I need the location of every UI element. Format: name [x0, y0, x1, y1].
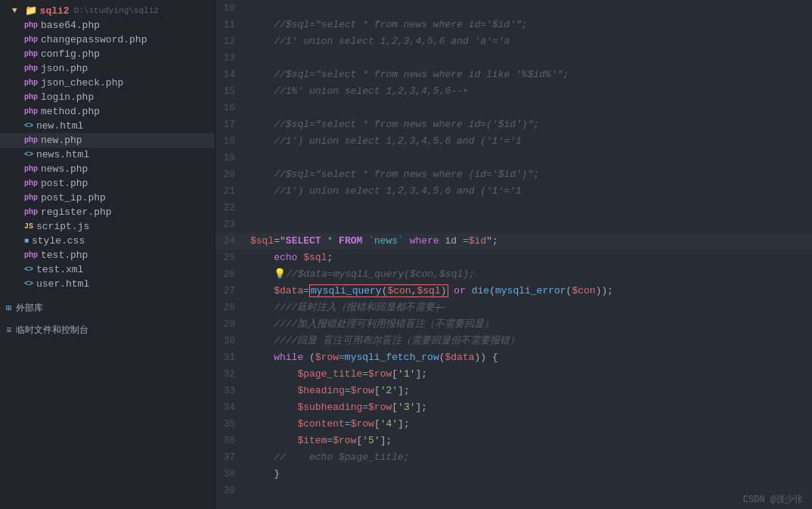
- sidebar-item-json-check[interactable]: php json_check.php: [0, 76, 215, 90]
- css-badge: ■: [24, 237, 29, 245]
- sidebar-item-label: json.php: [41, 63, 88, 74]
- xml-badge: <>: [24, 265, 33, 274]
- line-number: 11: [215, 17, 247, 33]
- line-content: //1') union select 1,2,3,4,5,6 and ('1'=…: [247, 133, 812, 150]
- line-number: 34: [215, 399, 247, 416]
- code-line-29: 29 ////加入报错处理可利用报错盲注（不需要回显）: [215, 316, 812, 333]
- sidebar-item-test-php[interactable]: php test.php: [0, 248, 215, 262]
- sidebar-item-post[interactable]: php post.php: [0, 176, 215, 191]
- sidebar-item-label: script.js: [36, 221, 89, 232]
- sidebar-item-post-ip[interactable]: php post_ip.php: [0, 191, 215, 205]
- code-line-30: 30 ////回显 盲注可用布尔盲注（需要回显但不需要报错）: [215, 333, 812, 349]
- sidebar-item-new-php[interactable]: php new.php: [0, 133, 215, 147]
- code-line-21: 21 //1') union select 1,2,3,4,5,6 and ('…: [215, 183, 812, 200]
- sidebar-item-label: method.php: [41, 106, 100, 117]
- php-badge: php: [24, 93, 38, 101]
- code-line-20: 20 //$sql="select * from news where (id=…: [215, 166, 812, 183]
- line-content: [247, 200, 812, 200]
- php-badge: php: [24, 194, 38, 202]
- line-number: 32: [215, 366, 247, 383]
- line-number: 10: [215, 0, 247, 17]
- code-editor[interactable]: 10 11 //$sql="select * from news where i…: [215, 0, 812, 509]
- watermark: CSDN @强少张: [743, 493, 803, 506]
- line-number: 12: [215, 33, 247, 50]
- line-number: 39: [215, 483, 247, 499]
- external-libs-label: 外部库: [16, 302, 43, 315]
- sidebar-item-user-html[interactable]: <> user.html: [0, 277, 215, 291]
- sidebar-item-config[interactable]: php config.php: [0, 47, 215, 61]
- code-line-33: 33 $heading=$row['2'];: [215, 383, 812, 399]
- sidebar-item-news-html[interactable]: <> news.html: [0, 147, 215, 162]
- sidebar: ▼ 📁 sqli2 D:\studying\sqli2 php base64.p…: [0, 0, 215, 509]
- line-number: 27: [215, 283, 247, 300]
- code-line-34: 34 $subheading=$row['3'];: [215, 399, 812, 416]
- line-number: 18: [215, 133, 247, 150]
- html-badge: <>: [24, 151, 33, 159]
- line-number: 25: [215, 250, 247, 266]
- root-path: D:\studying\sqli2: [74, 6, 159, 15]
- sidebar-item-label: login.php: [41, 92, 94, 103]
- code-line-23: 23: [215, 216, 812, 233]
- line-number: 28: [215, 300, 247, 316]
- php-badge: php: [24, 64, 38, 73]
- sidebar-item-register[interactable]: php register.php: [0, 205, 215, 219]
- sidebar-item-label: style.css: [32, 235, 85, 247]
- code-line-22: 22: [215, 200, 812, 216]
- line-content: [247, 0, 812, 1]
- sidebar-item-json[interactable]: php json.php: [0, 61, 215, 76]
- lightbulb-icon: 💡: [274, 268, 286, 280]
- line-content: // echo $page_title;: [247, 449, 812, 466]
- code-line-28: 28 ////延时注入（报错和回显都不需要）: [215, 300, 812, 316]
- sidebar-item-label: config.php: [41, 48, 100, 60]
- html-badge: <>: [24, 122, 33, 130]
- sidebar-external-libs[interactable]: ⊞ 外部库: [0, 297, 215, 319]
- sidebar-item-label: new.php: [41, 135, 82, 146]
- code-line-12: 12 //1' union select 1,2,3,4,5,6 and 'a'…: [215, 33, 812, 50]
- sidebar-item-script[interactable]: JS script.js: [0, 219, 215, 234]
- line-number: 20: [215, 166, 247, 183]
- line-content: //1') union select 1,2,3,4,5,6 and ('1'=…: [247, 183, 812, 200]
- code-line-35: 35 $content=$row['4'];: [215, 416, 812, 433]
- line-number: 36: [215, 433, 247, 449]
- line-number: 15: [215, 83, 247, 100]
- sidebar-item-test-xml[interactable]: <> test.xml: [0, 262, 215, 277]
- code-line-24: 24 $sql="SELECT * FROM `news` where id =…: [215, 233, 812, 250]
- line-content: $subheading=$row['3'];: [247, 399, 812, 416]
- terminal-icon: ≡: [6, 325, 11, 336]
- sidebar-item-label: user.html: [36, 278, 89, 290]
- php-badge: php: [24, 136, 38, 144]
- line-number: 38: [215, 466, 247, 483]
- folder-icon: 📁: [25, 5, 37, 17]
- sidebar-item-style[interactable]: ■ style.css: [0, 234, 215, 248]
- sidebar-item-new-html[interactable]: <> new.html: [0, 119, 215, 133]
- line-number: 16: [215, 100, 247, 116]
- code-line-27: 27 $data=mysqli_query($con,$sql) or die(…: [215, 283, 812, 300]
- line-number: 17: [215, 116, 247, 133]
- php-badge: php: [24, 165, 38, 173]
- code-line-14: 14 //$sql="select * from news where id l…: [215, 67, 812, 83]
- line-content: echo $sql;: [247, 250, 812, 266]
- line-number: 33: [215, 383, 247, 399]
- line-content: [247, 483, 812, 483]
- sidebar-item-login[interactable]: php login.php: [0, 90, 215, 104]
- line-number: 21: [215, 183, 247, 200]
- line-number: 19: [215, 150, 247, 166]
- sidebar-item-label: register.php: [41, 206, 112, 218]
- sidebar-item-label: json_check.php: [41, 77, 123, 88]
- line-content: 💡//$data=mysqli_query($con,$sql);: [247, 266, 812, 283]
- line-content: ////加入报错处理可利用报错盲注（不需要回显）: [247, 316, 812, 333]
- code-line-36: 36 $item=$row['5'];: [215, 433, 812, 449]
- sidebar-root-folder[interactable]: ▼ 📁 sqli2 D:\studying\sqli2: [0, 3, 215, 18]
- line-content: //1' union select 1,2,3,4,5,6 and 'a'='a: [247, 33, 812, 50]
- line-number: 35: [215, 416, 247, 433]
- sidebar-temp-files[interactable]: ≡ 临时文件和控制台: [0, 319, 215, 341]
- sidebar-item-base64[interactable]: php base64.php: [0, 18, 215, 33]
- sidebar-item-changepassword[interactable]: php changepassword.php: [0, 33, 215, 47]
- line-number: 13: [215, 50, 247, 67]
- code-line-25: 25 echo $sql;: [215, 250, 812, 266]
- line-content: [247, 50, 812, 51]
- php-badge: php: [24, 208, 38, 216]
- sidebar-item-news-php[interactable]: php news.php: [0, 162, 215, 176]
- html-badge: <>: [24, 280, 33, 288]
- sidebar-item-method[interactable]: php method.php: [0, 104, 215, 119]
